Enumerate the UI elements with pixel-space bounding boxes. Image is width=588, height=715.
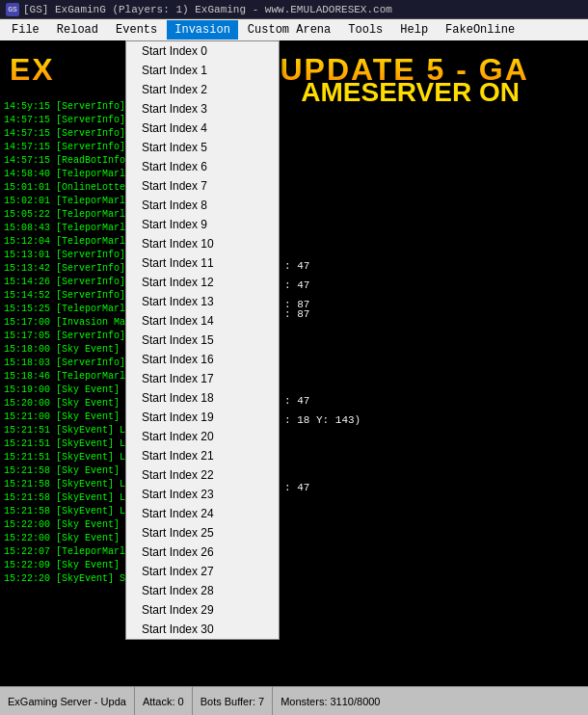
menu-item-help[interactable]: Help — [392, 20, 436, 40]
log-line: 15:17:05 [ServerInfo] Mons — [4, 330, 136, 343]
log-line: 15:21:58 [SkyEvent] Level — [4, 478, 136, 491]
log-line: 15:14:26 [ServerInfo] Mons — [4, 276, 136, 289]
log-extra-7: : 47 — [284, 482, 309, 493]
dropdown-item-7[interactable]: Start Index 7 — [126, 176, 279, 196]
log-line: 15:21:51 [SkyEvent] Level — [4, 424, 136, 437]
menu-item-tools[interactable]: Tools — [340, 20, 390, 40]
log-extra-1: : 47 — [284, 260, 309, 272]
log-line: 15:14:52 [ServerInfo] Mons — [4, 289, 136, 303]
dropdown-item-25[interactable]: Start Index 25 — [126, 523, 279, 543]
log-line: 15:21:58 [Sky Event] fecha — [4, 464, 136, 478]
log-line: 15:21:51 [SkyEvent] Level — [4, 437, 136, 451]
dropdown-item-4[interactable]: Start Index 4 — [126, 119, 279, 138]
log-extra-6: : 18 Y: 143) — [284, 414, 361, 426]
log-line: 15:22:09 [Sky Event] Hora — [4, 559, 136, 572]
dropdown-item-18[interactable]: Start Index 18 — [126, 388, 279, 408]
log-line: 15:22:00 [Sky Event] Fim d — [4, 532, 136, 545]
log-line: 15:21:58 [SkyEvent] Level — [4, 491, 136, 505]
dropdown-item-22[interactable]: Start Index 22 — [126, 465, 279, 485]
dropdown-item-14[interactable]: Start Index 14 — [126, 311, 279, 331]
log-line: 15:18:00 [Sky Event] fecha — [4, 343, 136, 357]
game-area: EX G UPDATE 5 - GA AMESERVER ON 14:5y:15… — [0, 40, 588, 684]
dropdown-item-29[interactable]: Start Index 29 — [126, 600, 279, 620]
dropdown-item-19[interactable]: Start Index 19 — [126, 408, 279, 427]
dropdown-item-0[interactable]: Start Index 0 — [126, 41, 279, 61]
log-line: 15:22:20 [SkyEvent] SetSta — [4, 572, 136, 586]
log-line: 15:05:22 [TeleporMarlon] - — [4, 208, 136, 222]
log-line: 15:21:00 [Sky Event] fecha — [4, 410, 136, 424]
status-bar: ExGaming Server - Upda Attack: 0 Bots Bu… — [0, 686, 588, 715]
log-line: 15:18:03 [ServerInfo] Mons — [4, 357, 136, 370]
log-line: 15:13:01 [ServerInfo] Mons — [4, 249, 136, 262]
log-line: 14:57:15 [ServerInfo] Util lo — [4, 141, 136, 154]
menu-item-custom-arena[interactable]: Custom Arena — [240, 20, 338, 40]
menu-item-invasion[interactable]: Invasion — [167, 20, 238, 40]
dropdown-item-12[interactable]: Start Index 12 — [126, 273, 279, 292]
title-bar-icon: GS — [6, 3, 19, 16]
dropdown-item-9[interactable]: Start Index 9 — [126, 215, 279, 234]
log-line: 15:22:00 [Sky Event] A ent — [4, 518, 136, 532]
dropdown-item-23[interactable]: Start Index 23 — [126, 485, 279, 504]
menu-item-file[interactable]: File — [4, 20, 47, 40]
banner-line2: AMESERVER ON — [280, 77, 520, 108]
log-line: 14:57:15 [ReadBotInfo] Bot — [4, 154, 136, 168]
dropdown-item-11[interactable]: Start Index 11 — [126, 253, 279, 273]
dropdown-item-21[interactable]: Start Index 21 — [126, 446, 279, 465]
dropdown-item-15[interactable]: Start Index 15 — [126, 331, 279, 350]
log-line: 15:08:43 [TeleporMarlon] - — [4, 222, 136, 235]
dropdown-item-27[interactable]: Start Index 27 — [126, 562, 279, 581]
dropdown-item-3[interactable]: Start Index 3 — [126, 99, 279, 119]
bots-buffer-status: Bots Buffer: 7 — [193, 687, 273, 715]
dropdown-item-24[interactable]: Start Index 24 — [126, 504, 279, 523]
menu-item-fakeonline[interactable]: FakeOnline — [438, 20, 522, 40]
log-line: 15:15:25 [TeleporMarlon] - — [4, 303, 136, 316]
menu-item-events[interactable]: Events — [108, 20, 165, 40]
log-line: 15:20:00 [Sky Event] fecha — [4, 397, 136, 410]
server-status: ExGaming Server - Upda — [0, 687, 135, 715]
log-extra-2: : 47 — [284, 279, 309, 291]
log-line: 15:21:51 [SkyEvent] Level — [4, 451, 136, 464]
dropdown-item-2[interactable]: Start Index 2 — [126, 80, 279, 99]
dropdown-item-17[interactable]: Start Index 17 — [126, 369, 279, 388]
dropdown-item-26[interactable]: Start Index 26 — [126, 543, 279, 562]
log-line: 15:21:58 [SkyEvent] Level — [4, 505, 136, 518]
log-line: 14:5y:15 [ServerInfo] Ques — [4, 100, 136, 114]
log-area: 14:5y:15 [ServerInfo] Ques14:57:15 [Serv… — [0, 98, 140, 648]
log-line: 15:17:00 [Invasion Manage — [4, 316, 136, 330]
menu-item-reload[interactable]: Reload — [49, 20, 106, 40]
monsters-status: Monsters: 3110/8000 — [273, 687, 388, 715]
log-line: 15:13:42 [ServerInfo] Mons — [4, 262, 136, 276]
log-line: 15:12:04 [TeleporMarlon] - — [4, 235, 136, 249]
log-line: 15:02:01 [TeleporMarlon] - — [4, 195, 136, 208]
log-line: 14:57:15 [ServerInfo] Skill l — [4, 127, 136, 141]
dropdown-item-20[interactable]: Start Index 20 — [126, 427, 279, 446]
dropdown-item-13[interactable]: Start Index 13 — [126, 292, 279, 311]
dropdown-item-6[interactable]: Start Index 6 — [126, 157, 279, 176]
menu-bar: FileReloadEventsInvasionCustom ArenaTool… — [0, 19, 588, 40]
dropdown-item-16[interactable]: Start Index 16 — [126, 350, 279, 369]
log-extra-5: : 47 — [284, 395, 309, 407]
log-line: 15:18:46 [TeleporMarlon] - — [4, 370, 136, 384]
dropdown-item-8[interactable]: Start Index 8 — [126, 196, 279, 215]
dropdown-item-28[interactable]: Start Index 28 — [126, 581, 279, 600]
log-line: 14:57:15 [ServerInfo] Shop — [4, 114, 136, 127]
dropdown-item-10[interactable]: Start Index 10 — [126, 234, 279, 253]
dropdown-item-1[interactable]: Start Index 1 — [126, 61, 279, 80]
title-bar-text: [GS] ExGaminG (Players: 1) ExGaming - ww… — [23, 4, 392, 15]
log-line: 15:01:01 [OnlineLottery] No — [4, 181, 136, 195]
log-extra-4: : 87 — [284, 308, 309, 320]
log-line: 14:58:40 [TeleporMarlon] - — [4, 168, 136, 181]
attack-status: Attack: 0 — [135, 687, 193, 715]
title-bar: GS [GS] ExGaminG (Players: 1) ExGaming -… — [0, 0, 588, 19]
dropdown-item-5[interactable]: Start Index 5 — [126, 138, 279, 157]
log-line: 15:22:07 [TeleporMarlon] - — [4, 545, 136, 559]
log-line: 15:19:00 [Sky Event] fecha — [4, 384, 136, 397]
invasion-dropdown[interactable]: Start Index 0Start Index 1Start Index 2S… — [125, 40, 280, 640]
dropdown-item-30[interactable]: Start Index 30 — [126, 620, 279, 639]
